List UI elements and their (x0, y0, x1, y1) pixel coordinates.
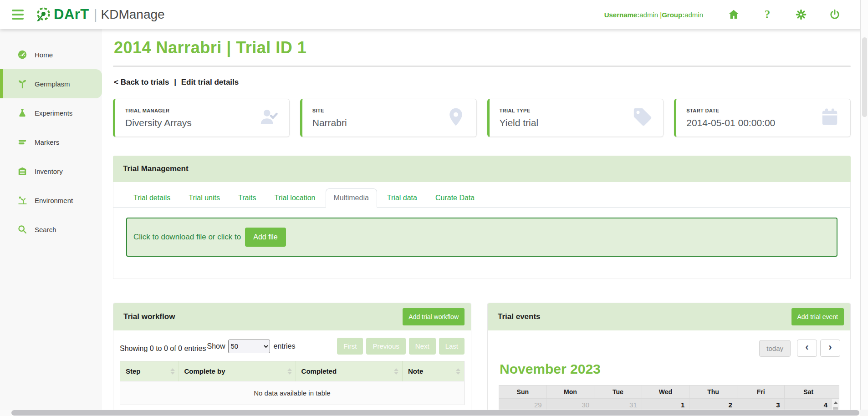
add-file-button[interactable]: Add file (245, 228, 286, 247)
sidebar-item-germplasm[interactable]: Germplasm (0, 69, 102, 98)
trial-manager-card: TRIAL MANAGER Diversity Arrays (113, 99, 290, 137)
calendar-next-button[interactable]: › (820, 340, 840, 357)
page-horizontal-scrollbar[interactable] (0, 410, 860, 416)
column-header-step[interactable]: Step (120, 361, 179, 381)
sidebar-item-home[interactable]: Home (0, 40, 102, 69)
calendar-gutter (832, 386, 839, 398)
help-icon[interactable]: ? (761, 9, 773, 20)
brand-separator: | (94, 7, 97, 22)
panel-title: Trial workflow (123, 312, 175, 321)
weekday-header: Sun (499, 386, 546, 398)
power-icon[interactable] (829, 9, 841, 20)
column-label: Note (408, 367, 423, 375)
hamburger-icon[interactable] (12, 10, 24, 20)
card-value: 2014-05-01 00:00:00 (686, 117, 775, 128)
card-value: Narrabri (312, 117, 347, 128)
calendar-scroll-up-icon[interactable] (832, 399, 839, 407)
app-screen: DArT | KDManage Username:admin |Group:ad… (0, 0, 868, 416)
column-header-note[interactable]: Note (402, 361, 464, 381)
calendar-controls: today ‹ › (498, 340, 840, 357)
seedling-icon (17, 79, 27, 89)
site-card: SITE Narrabri (300, 99, 477, 137)
workflow-table: Step Complete by Completed Note No data … (120, 361, 465, 405)
calendar-prev-button[interactable]: ‹ (797, 340, 817, 357)
top-icon-group: ? (728, 9, 841, 20)
calendar-icon (819, 107, 840, 129)
add-trial-event-button[interactable]: Add trial event (791, 308, 844, 325)
show-label: Show (207, 342, 225, 350)
weekday-header: Fri (737, 386, 785, 398)
sort-icon (394, 368, 398, 375)
tab-multimedia[interactable]: Multimedia (326, 188, 377, 208)
pagination: First Previous Next Last (337, 338, 465, 355)
top-bar: DArT | KDManage Username:admin |Group:ad… (0, 0, 868, 29)
page-size-select[interactable]: 50 (228, 340, 270, 353)
panel-title: Trial events (498, 312, 541, 321)
entries-info: Showing 0 to 0 of 0 entries (120, 345, 206, 353)
brand-logo[interactable]: DArT | KDManage (35, 6, 165, 23)
pagination-previous-button[interactable]: Previous (366, 338, 405, 355)
sort-icon (170, 368, 175, 375)
edit-trial-details-link[interactable]: Edit trial details (181, 78, 239, 86)
settings-icon[interactable] (795, 9, 807, 20)
sidebar-item-environment[interactable]: Environment (0, 186, 102, 215)
pagination-next-button[interactable]: Next (409, 338, 436, 355)
sidebar-item-search[interactable]: Search (0, 215, 102, 244)
flask-icon (17, 108, 27, 118)
sort-icon (456, 368, 460, 375)
breadcrumb-separator: | (174, 78, 176, 86)
section-title: Trial Management (123, 164, 189, 173)
page-vertical-scrollbar[interactable] (860, 0, 868, 410)
file-dropzone[interactable]: Click to download file or click to Add f… (126, 218, 837, 257)
sidebar-item-experiments[interactable]: Experiments (0, 98, 102, 127)
horizontal-scrollbar-thumb[interactable] (11, 410, 859, 416)
empty-table-message: No data available in table (120, 381, 465, 405)
card-label: TRIAL MANAGER (125, 108, 192, 113)
sidebar-item-label: Environment (35, 197, 73, 204)
group-label: Group: (662, 11, 684, 19)
sidebar: Home Germplasm Experiments Markers (0, 29, 102, 416)
sidebar-item-label: Germplasm (35, 80, 70, 88)
tab-trial-data[interactable]: Trial data (379, 188, 425, 208)
sidebar-item-inventory[interactable]: Inventory (0, 157, 102, 186)
weekday-header: Wed (642, 386, 689, 398)
dart-logo-icon (35, 6, 51, 23)
sidebar-item-label: Home (35, 51, 53, 59)
trial-management-header: Trial Management (113, 156, 851, 182)
summary-cards-row: TRIAL MANAGER Diversity Arrays SITE Narr… (113, 99, 851, 137)
multimedia-tab-pane: Click to download file or click to Add f… (113, 208, 850, 279)
tab-trial-details[interactable]: Trial details (125, 188, 179, 208)
home-icon[interactable] (728, 9, 740, 20)
card-label: TRIAL TYPE (500, 108, 539, 113)
tab-curate-data[interactable]: Curate Data (427, 188, 483, 208)
trial-management-tabs-area: Trial details Trial units Traits Trial l… (113, 182, 851, 279)
workflow-table-header-row: Step Complete by Completed Note (120, 361, 465, 381)
tab-trial-location[interactable]: Trial location (266, 188, 323, 208)
scrollbar-corner (860, 410, 868, 416)
sidebar-item-markers[interactable]: Markers (0, 127, 102, 157)
username-label: Username: (604, 11, 640, 19)
column-header-complete-by[interactable]: Complete by (179, 361, 296, 381)
today-button[interactable]: today (759, 340, 791, 357)
card-value: Yield trial (500, 117, 539, 128)
pagination-first-button[interactable]: First (337, 338, 363, 355)
brand-dart-text: DArT (54, 6, 89, 23)
tab-traits[interactable]: Traits (230, 188, 264, 208)
brand-product-text: KDManage (101, 7, 165, 22)
tab-trial-units[interactable]: Trial units (180, 188, 228, 208)
trial-workflow-body: Showing 0 to 0 of 0 entries Show 50 entr… (113, 330, 471, 414)
breadcrumb: < Back to trials | Edit trial details (114, 78, 851, 87)
entries-label: entries (273, 342, 295, 350)
tag-icon (632, 107, 653, 129)
back-to-trials-link[interactable]: < Back to trials (114, 78, 169, 86)
sidebar-item-label: Markers (35, 138, 59, 146)
card-value: Diversity Arrays (125, 117, 192, 128)
add-trial-workflow-button[interactable]: Add trial workflow (403, 308, 465, 325)
calendar-month-title: November 2023 (500, 361, 840, 377)
dropzone-text: Click to download file or click to (133, 233, 241, 242)
page-title: 2014 Narrabri | Trial ID 1 (114, 38, 851, 57)
trial-workflow-panel: Trial workflow Add trial workflow Showin… (113, 303, 471, 415)
pagination-last-button[interactable]: Last (439, 338, 465, 355)
column-header-completed[interactable]: Completed (296, 361, 402, 381)
vertical-scrollbar-thumb[interactable] (862, 37, 867, 117)
